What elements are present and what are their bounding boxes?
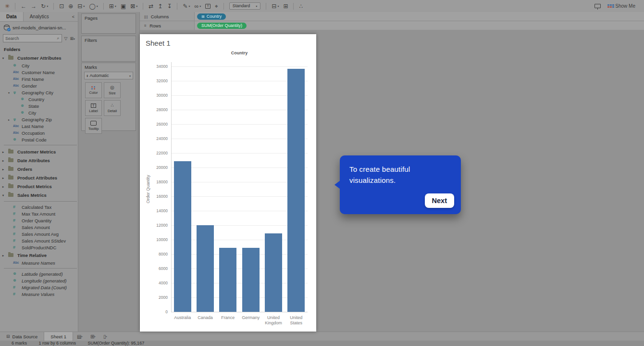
share-icon[interactable]: ∴	[299, 3, 303, 9]
collapse-caret-icon[interactable]: ▾	[8, 91, 10, 94]
folder-customer-attributes[interactable]: ▾Customer Attributes	[0, 53, 78, 62]
next-button[interactable]: Next	[425, 193, 454, 208]
field-city[interactable]: ⊕City	[0, 62, 78, 69]
expand-caret-icon[interactable]: ▸	[2, 176, 4, 179]
show-me-button[interactable]: Show Me	[607, 4, 635, 9]
field-country[interactable]: ⊕Country	[0, 96, 78, 103]
collapse-caret-icon[interactable]: ▾	[2, 193, 4, 197]
duplicate-icon[interactable]: ▣	[121, 3, 126, 9]
folder-customer-metrics[interactable]: ▸Customer Metrics	[0, 147, 78, 156]
tab-data-source[interactable]: ⊟Data Source	[0, 332, 44, 341]
group-icon[interactable]: ∞▾	[195, 3, 201, 9]
new-story-tab-button[interactable]: ▯+	[99, 332, 111, 341]
field-gender[interactable]: AbcGender	[0, 82, 78, 89]
folder-time-relative[interactable]: ▸Time Relative	[0, 251, 78, 259]
field-sales-amount-avg[interactable]: #Sales Amount Avg	[0, 231, 78, 237]
collapse-caret-icon[interactable]: ▾	[2, 56, 4, 60]
view-options-icon[interactable]: ⊞▾	[70, 36, 75, 41]
highlight-icon[interactable]: ✎▾	[183, 3, 190, 9]
field-longitude-generated[interactable]: ⊕Longitude (generated)	[0, 277, 78, 284]
clear-sheet-icon[interactable]: ⊠▾	[130, 3, 137, 9]
collapse-pane-icon[interactable]: <	[72, 14, 78, 19]
text-label-icon[interactable]: T	[205, 4, 211, 9]
field-geography-zip[interactable]: ▸⋔Geography Zip	[0, 116, 78, 123]
refresh-icon[interactable]: ◯▾	[89, 3, 98, 9]
mark-type-select[interactable]: ılı Automatic ▾	[84, 72, 133, 79]
tab-analytics[interactable]: Analytics	[24, 12, 55, 21]
folder-product-attributes[interactable]: ▸Product Attributes	[0, 173, 78, 182]
size-mark-button[interactable]: ◎Size	[104, 82, 121, 98]
bar-australia[interactable]	[174, 161, 191, 312]
fit-axes-icon[interactable]: ⊟▾	[272, 3, 279, 9]
presentation-mode-icon[interactable]	[594, 4, 601, 8]
field-last-name[interactable]: AbcLast Name	[0, 123, 78, 129]
tooltip-mark-button[interactable]: Tooltip	[85, 118, 102, 134]
y-tick-label: 24000	[141, 136, 168, 141]
columns-tray[interactable]: ⊞Country	[195, 12, 644, 21]
expand-caret-icon[interactable]: ▸	[2, 159, 4, 162]
filters-shelf[interactable]: Filters	[81, 36, 136, 62]
field-sales-amount[interactable]: #Sales Amount	[0, 224, 78, 231]
pages-shelf[interactable]: Pages	[81, 13, 136, 34]
expand-caret-icon[interactable]: ▸	[8, 118, 10, 121]
field-latitude-generated[interactable]: ⊕Latitude (generated)	[0, 270, 78, 277]
pause-updates-icon[interactable]: ⊟▾	[77, 3, 85, 9]
bar-united-states[interactable]	[287, 69, 305, 312]
field-measure-values[interactable]: #Measure Values	[0, 291, 78, 297]
expand-caret-icon[interactable]: ▸	[2, 167, 4, 171]
bar-united-kingdom[interactable]	[265, 233, 282, 312]
folder-product-metrics[interactable]: ▸Product Metrics	[0, 182, 78, 191]
field-order-quantity[interactable]: #Order Quantity	[0, 217, 78, 224]
filter-funnel-icon[interactable]: ▽	[64, 36, 68, 41]
field-occupation[interactable]: AbcOccupation	[0, 129, 78, 136]
bar-germany[interactable]	[242, 248, 260, 312]
field-city[interactable]: ⊕City	[0, 109, 78, 116]
field-postal-code[interactable]: ⊕Postal Code	[0, 136, 78, 143]
field-customer-name[interactable]: AbcCustomer Name	[0, 69, 78, 76]
field-migrated-data-count[interactable]: #Migrated Data (Count)	[0, 284, 78, 291]
pill-country[interactable]: ⊞Country	[197, 13, 226, 20]
standard-fit-select[interactable]: Standard▾	[229, 2, 261, 10]
redo-icon[interactable]: →	[31, 3, 37, 9]
sort-descending-icon[interactable]: ↧	[167, 3, 172, 9]
new-datasource-icon[interactable]: ⊕	[68, 3, 73, 9]
field-measure-names[interactable]: AbcMeasure Names	[0, 259, 78, 266]
label-mark-button[interactable]: TLabel	[85, 100, 102, 116]
rows-shelf[interactable]: ≡ Rows SUM(Order Quantity)	[140, 21, 644, 30]
expand-caret-icon[interactable]: ▸	[2, 185, 4, 188]
tab-data[interactable]: Data	[0, 12, 24, 21]
field-sales-amount-sstdev[interactable]: #Sales Amount SStdev	[0, 237, 78, 244]
field-calculated-tax[interactable]: #Calculated Tax	[0, 204, 78, 210]
save-icon[interactable]: ⊡	[59, 3, 64, 9]
field-state[interactable]: ⊕State	[0, 103, 78, 109]
replay-icon[interactable]: ↻▾	[41, 3, 48, 9]
show-cards-icon[interactable]: ⊞	[283, 3, 288, 9]
new-dashboard-tab-button[interactable]: ⊞+	[87, 332, 99, 341]
sort-ascending-icon[interactable]: ↥	[158, 3, 162, 9]
undo-icon[interactable]: ←	[21, 3, 26, 9]
folder-date-attributes[interactable]: ▸Date Attributes	[0, 156, 78, 165]
field-first-name[interactable]: AbcFirst Name	[0, 76, 78, 82]
search-input[interactable]: Search ⌕	[3, 34, 62, 42]
pill-sum-order-quantity[interactable]: SUM(Order Quantity)	[197, 23, 247, 29]
new-worksheet-tab-button[interactable]: ▤+	[73, 332, 87, 341]
bar-france[interactable]	[219, 248, 236, 312]
field-soldproductndc[interactable]: #SoldProductNDC	[0, 244, 78, 251]
new-worksheet-icon[interactable]: ⊞▾	[109, 3, 116, 9]
datasource-row[interactable]: sml-models_dmariani-sn...	[0, 22, 78, 33]
color-mark-button[interactable]: Color	[85, 82, 102, 98]
pin-icon[interactable]: ⌖	[215, 3, 218, 9]
bar-canada[interactable]	[197, 225, 214, 312]
folder-sales-metrics[interactable]: ▾Sales Metrics	[0, 191, 78, 199]
detail-mark-button[interactable]: ∴Detail	[104, 100, 121, 116]
swap-rows-columns-icon[interactable]: ⇄	[149, 3, 153, 9]
tab-sheet-1[interactable]: Sheet 1	[44, 332, 73, 341]
expand-caret-icon[interactable]: ▸	[2, 150, 4, 154]
tableau-logo-icon[interactable]: ✳	[5, 3, 10, 9]
columns-shelf[interactable]: ||| Columns ⊞Country	[140, 12, 644, 21]
rows-tray[interactable]: SUM(Order Quantity)	[195, 21, 644, 30]
field-geography-city[interactable]: ▾⋔Geography City	[0, 89, 78, 96]
folder-orders[interactable]: ▸Orders	[0, 165, 78, 173]
field-max-tax-amount[interactable]: #Max Tax Amount	[0, 210, 78, 217]
expand-caret-icon[interactable]: ▸	[2, 254, 4, 257]
